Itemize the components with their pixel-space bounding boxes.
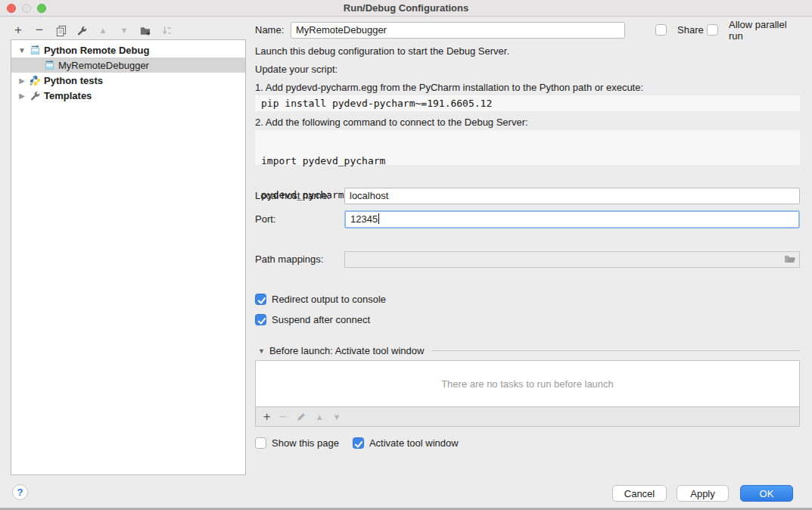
text-cursor [378,213,379,224]
local-host-name-label: Local host name: [255,190,330,201]
before-launch-section-header[interactable]: ▼ Before launch: Activate tool window [258,345,800,356]
empty-task-list-text: There are no tasks to run before launch [441,378,614,390]
run-debug-configurations-dialog: Run/Debug Configurations + − ▲ ▼ ▼ Pytho… [0,0,812,510]
templates-wrench-icon [30,90,41,101]
window-title: Run/Debug Configurations [344,2,468,14]
new-folder-icon[interactable] [139,24,151,36]
description-line-1: Launch this debug configuration to start… [255,45,509,57]
name-label: Name: [255,24,284,36]
task-list-toolbar: + − ▲ ▼ [255,407,800,427]
suspend-after-connect-label: Suspend after connect [272,314,370,325]
section-divider [431,350,800,351]
port-input[interactable] [344,210,800,229]
tree-item-label: Templates [44,90,92,101]
remove-task-button: − [279,412,286,421]
tree-item-label: Python tests [44,75,103,86]
edit-task-pencil-icon [296,412,306,422]
settrace-code: import pydevd_pycharm pydevd_pycharm.set… [255,130,800,165]
copy-configuration-icon[interactable] [54,24,67,36]
path-mappings-input[interactable] [344,251,800,268]
redirect-output-checkbox[interactable] [255,294,266,305]
help-button[interactable]: ? [12,484,28,500]
suspend-after-connect-checkbox[interactable] [255,314,266,325]
cancel-button[interactable]: Cancel [612,485,667,502]
configurations-tree: ▼ Python Remote Debug MyRemoteDebugger ▶… [11,39,246,475]
activate-tool-window-checkbox[interactable] [353,437,364,449]
move-down-icon: ▼ [118,24,130,36]
move-up-icon: ▲ [97,24,109,36]
tree-item-label: MyRemoteDebugger [58,60,149,71]
chevron-right-icon[interactable]: ▶ [17,76,26,85]
add-task-button[interactable]: + [263,412,270,422]
help-question-mark: ? [17,487,23,498]
path-mappings-label: Path mappings: [255,253,323,265]
tree-item-python-tests[interactable]: ▶ Python tests [11,73,245,88]
move-task-up-icon: ▲ [316,412,324,421]
tree-item-templates[interactable]: ▶ Templates [11,88,245,103]
share-label: Share [677,24,704,36]
before-launch-task-list[interactable]: There are no tasks to run before launch [255,360,800,407]
activate-tool-window-label: Activate tool window [369,437,459,449]
close-window-button[interactable] [7,4,16,13]
zoom-window-button[interactable] [37,4,46,13]
settrace-code-line-1: import pydevd_pycharm [261,155,794,166]
port-label: Port: [255,213,275,225]
browse-folder-icon[interactable] [784,254,796,265]
description-line-2: Update your script: [255,64,338,75]
tree-item-myremotedebugger[interactable]: MyRemoteDebugger [11,58,245,73]
allow-parallel-run-checkbox[interactable] [707,24,718,36]
edit-templates-wrench-icon[interactable] [76,24,88,36]
tree-item-python-remote-debug[interactable]: ▼ Python Remote Debug [11,42,245,58]
chevron-right-icon[interactable]: ▶ [17,92,26,100]
tree-item-label: Python Remote Debug [44,45,149,56]
share-checkbox[interactable] [655,24,667,36]
pip-install-code: pip install pydevd-pycharm~=191.6605.12 [255,95,800,111]
redirect-output-label: Redirect output to console [272,294,386,305]
add-configuration-button[interactable]: + [12,24,24,36]
remove-configuration-button[interactable]: − [33,24,45,36]
chevron-down-icon[interactable]: ▼ [17,46,26,54]
move-task-down-icon: ▼ [333,412,341,421]
run-config-icon [44,60,55,71]
sort-configurations-icon [160,24,173,36]
local-host-name-input[interactable] [344,188,800,204]
configuration-editor: Name: Share Allow parallel run Launch th… [255,17,800,501]
minimize-window-button [22,4,31,13]
title-bar: Run/Debug Configurations [0,0,812,17]
step-2-text: 2. Add the following command to connect … [255,117,528,128]
allow-parallel-run-label: Allow parallel run [729,19,800,42]
python-tests-icon [30,75,41,86]
apply-button[interactable]: Apply [677,485,729,502]
run-config-icon [30,45,41,56]
show-this-page-label: Show this page [272,437,339,449]
ok-button[interactable]: OK [740,485,793,502]
step-1-text: 1. Add pydevd-pycharm.egg from the PyCha… [255,82,643,93]
configurations-toolbar: + − ▲ ▼ [12,23,173,38]
show-this-page-checkbox[interactable] [255,437,266,449]
name-input[interactable] [291,22,625,39]
before-launch-title: Before launch: Activate tool window [269,345,425,356]
section-collapse-icon[interactable]: ▼ [258,347,265,355]
